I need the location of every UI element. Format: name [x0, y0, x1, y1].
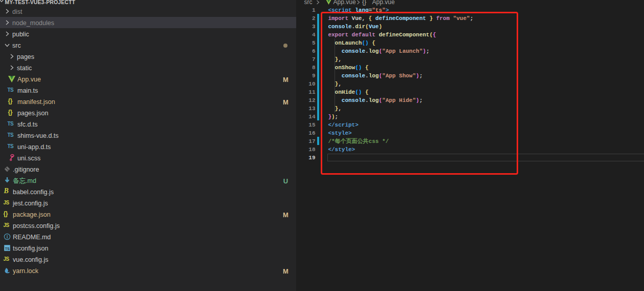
svg-text:TS: TS [5, 247, 9, 251]
